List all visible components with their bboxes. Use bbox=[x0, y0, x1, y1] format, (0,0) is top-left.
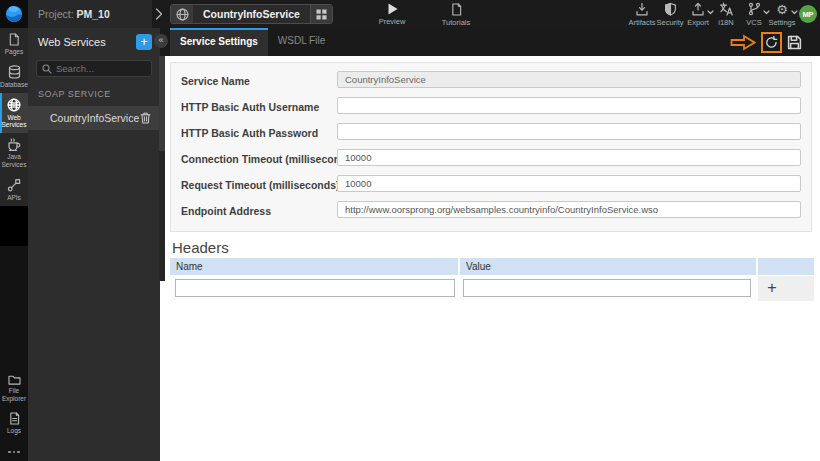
sidebar-top-group: Pages Databases Web Services Java Servic… bbox=[0, 28, 28, 206]
form-row: Connection Timeout (milliseconds) bbox=[171, 146, 811, 172]
user-avatar[interactable]: MP bbox=[799, 5, 817, 23]
main-content: Service Settings WSDL File Service Name bbox=[160, 28, 820, 461]
field-label: Request Timeout (milliseconds) bbox=[181, 179, 340, 191]
form-row: Endpoint Address bbox=[171, 198, 811, 224]
app-logo[interactable] bbox=[0, 0, 28, 28]
connection-timeout-field[interactable] bbox=[337, 149, 801, 166]
column-header-value: Value bbox=[460, 258, 758, 275]
header-value-cell bbox=[460, 276, 758, 301]
headers-table: Name Value + bbox=[170, 258, 814, 301]
menu-label: Artifacts bbox=[628, 18, 655, 27]
sidebar-item-logs[interactable]: Logs bbox=[0, 407, 28, 439]
scrollbar-thumb[interactable] bbox=[159, 56, 165, 151]
sidebar-item-label: Pages bbox=[0, 48, 28, 56]
web-services-panel: Web Services + « SOAP SERVICE CountryInf… bbox=[28, 28, 160, 461]
service-name: CountryInfoService bbox=[50, 112, 140, 124]
sidebar-item-label: File Explorer bbox=[0, 387, 28, 403]
sidebar-item-databases[interactable]: Databases bbox=[0, 60, 28, 93]
service-switcher-grid-icon[interactable] bbox=[310, 5, 332, 23]
sidebar-item-java-services[interactable]: Java Services bbox=[0, 133, 28, 173]
request-timeout-field[interactable] bbox=[337, 175, 801, 192]
menu-security[interactable]: Security bbox=[656, 2, 684, 27]
chevron-down-icon bbox=[791, 10, 798, 15]
folder-icon bbox=[8, 374, 21, 385]
preview-label: Preview bbox=[379, 17, 406, 26]
endpoint-address-field[interactable] bbox=[337, 201, 801, 218]
menu-label: VCS bbox=[746, 18, 761, 27]
header-value-input[interactable] bbox=[463, 279, 751, 297]
service-list-item[interactable]: CountryInfoService bbox=[28, 106, 160, 130]
form-row: HTTP Basic Auth Password bbox=[171, 120, 811, 146]
form-row: Request Timeout (milliseconds) bbox=[171, 172, 811, 198]
project-name: PM_10 bbox=[77, 8, 110, 20]
annotation-arrow bbox=[730, 34, 756, 51]
tab-actions bbox=[730, 31, 802, 53]
sidebar-divider bbox=[0, 206, 28, 246]
document-icon bbox=[451, 3, 462, 16]
left-sidebar: Pages Databases Web Services Java Servic… bbox=[0, 28, 28, 461]
sidebar-item-label: Logs bbox=[0, 427, 28, 435]
sidebar-item-pages[interactable]: Pages bbox=[0, 28, 28, 60]
form-row: Service Name bbox=[171, 68, 811, 94]
http-basic-auth-username-field[interactable] bbox=[337, 97, 801, 114]
sidebar-item-file-explorer[interactable]: File Explorer bbox=[0, 369, 28, 407]
tab-bar: Service Settings WSDL File bbox=[160, 28, 820, 56]
search-input[interactable] bbox=[56, 63, 146, 74]
menu-label: Export bbox=[687, 18, 709, 27]
tab-service-settings[interactable]: Service Settings bbox=[170, 28, 268, 56]
tutorials-button[interactable]: Tutorials bbox=[430, 3, 482, 27]
preview-button[interactable]: Preview bbox=[366, 3, 418, 26]
top-right-menu: Artifacts Security Export i18N bbox=[628, 2, 796, 27]
upload-icon bbox=[691, 2, 705, 16]
play-icon bbox=[387, 3, 398, 15]
gear-icon: ⚙ bbox=[776, 2, 788, 16]
menu-artifacts[interactable]: Artifacts bbox=[628, 2, 656, 27]
sidebar-item-label: Databases bbox=[0, 81, 28, 89]
field-label: Service Name bbox=[181, 75, 250, 87]
tab-wsdl-file[interactable]: WSDL File bbox=[268, 28, 335, 56]
save-button[interactable] bbox=[787, 35, 802, 50]
sidebar-item-web-services[interactable]: Web Services bbox=[0, 93, 28, 134]
trash-icon[interactable] bbox=[140, 112, 151, 124]
sidebar-item-apis[interactable]: APIs bbox=[0, 173, 28, 206]
add-header-row-button[interactable]: + bbox=[762, 278, 782, 298]
menu-label: i18N bbox=[718, 18, 733, 27]
field-label: HTTP Basic Auth Password bbox=[181, 127, 318, 139]
top-bar: Project: PM_10 CountryInfoService Previe… bbox=[0, 0, 820, 28]
collapse-panel-button[interactable]: « bbox=[154, 34, 168, 48]
project-prefix: Project: bbox=[38, 8, 74, 20]
globe-icon bbox=[7, 98, 21, 112]
panel-header: Web Services + bbox=[28, 28, 160, 52]
field-label: Connection Timeout (milliseconds) bbox=[181, 153, 356, 165]
reload-icon[interactable] bbox=[765, 36, 778, 49]
annotation-highlight-box bbox=[761, 32, 782, 53]
soap-service-section-label: SOAP SERVICE bbox=[28, 89, 160, 99]
menu-settings[interactable]: ⚙ Settings bbox=[768, 2, 796, 27]
http-basic-auth-password-field[interactable] bbox=[337, 123, 801, 140]
globe-icon bbox=[171, 5, 193, 23]
header-name-input[interactable] bbox=[175, 279, 455, 297]
column-header-name: Name bbox=[170, 258, 460, 275]
database-icon bbox=[8, 65, 21, 79]
download-tray-icon bbox=[635, 2, 649, 16]
field-label: HTTP Basic Auth Username bbox=[181, 101, 319, 113]
header-action-cell: + bbox=[758, 276, 814, 301]
wavemaker-logo-icon bbox=[5, 5, 23, 23]
branch-icon bbox=[747, 2, 761, 16]
form-row: HTTP Basic Auth Username bbox=[171, 94, 811, 120]
panel-scrollbar[interactable] bbox=[159, 56, 165, 281]
add-service-button[interactable]: + bbox=[136, 34, 152, 50]
menu-label: Security bbox=[656, 18, 683, 27]
tutorials-label: Tutorials bbox=[442, 18, 470, 27]
save-floppy-icon bbox=[787, 35, 802, 50]
breadcrumb-chevron-icon bbox=[155, 8, 163, 20]
menu-i18n[interactable]: i18N bbox=[712, 2, 740, 27]
breadcrumb[interactable]: CountryInfoService bbox=[170, 4, 333, 24]
sidebar-item-label: APIs bbox=[0, 194, 28, 202]
log-file-icon bbox=[9, 412, 20, 425]
more-options-ellipsis-icon[interactable] bbox=[0, 439, 28, 458]
translate-icon bbox=[719, 2, 733, 16]
panel-title: Web Services bbox=[38, 36, 136, 48]
menu-vcs[interactable]: VCS bbox=[740, 2, 768, 27]
menu-export[interactable]: Export bbox=[684, 2, 712, 27]
